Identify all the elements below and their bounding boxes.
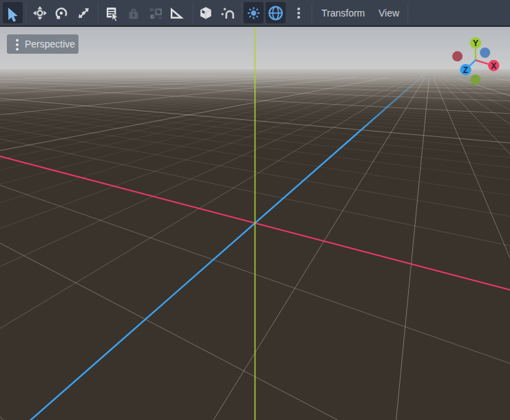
svg-text:X: X xyxy=(491,61,496,71)
svg-text:View: View xyxy=(379,8,400,19)
svg-text:Y: Y xyxy=(473,39,478,48)
svg-text:Z: Z xyxy=(463,65,468,75)
svg-text:Transform: Transform xyxy=(321,8,365,19)
